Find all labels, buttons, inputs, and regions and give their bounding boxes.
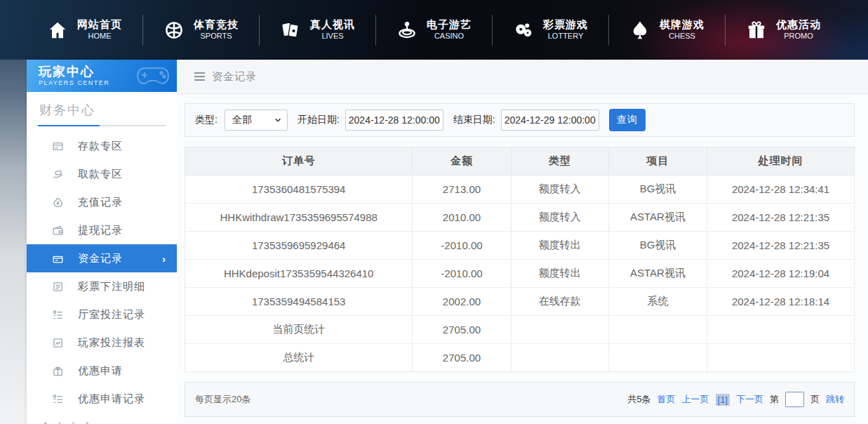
jump-link[interactable]: 跳转: [826, 393, 844, 406]
col-header-type: 类型: [511, 147, 608, 175]
table-header-row: 订单号 金额 类型 项目 处理时间: [185, 147, 855, 175]
section-underline: [38, 125, 166, 126]
finance-section-title: 财务中心: [38, 102, 166, 119]
cell-type: [511, 344, 608, 372]
chevron-right-icon: ›: [162, 253, 166, 265]
cell-type: 在线存款: [511, 288, 608, 316]
sidebar-item-withdraw-zone[interactable]: 取款专区: [27, 160, 177, 188]
pager: 共5条 首页 上一页 [1] 下一页 第 页 跳转: [627, 392, 844, 407]
cell-time: 2024-12-28 12:21:35: [707, 232, 855, 260]
total-count: 共5条: [627, 393, 650, 406]
sidebar-item-funds-records[interactable]: 资金记录 ›: [27, 244, 177, 272]
sidebar-item-recharge-records[interactable]: 充值记录: [27, 188, 177, 216]
page-jump-input[interactable]: [785, 392, 804, 407]
query-button[interactable]: 查询: [609, 109, 646, 131]
col-header-item: 项目: [608, 147, 707, 175]
cell-summary-label: 总统计: [185, 344, 413, 372]
finance-section: 财务中心: [27, 92, 177, 126]
jump-prefix: 第: [770, 393, 779, 406]
start-date-label: 开始日期:: [298, 114, 340, 126]
col-header-order-no: 订单号: [185, 147, 413, 175]
roulette-icon: [396, 20, 418, 41]
nav-label-en: LIVES: [321, 32, 343, 41]
nav-label-en: CASINO: [434, 32, 464, 41]
cell-amount: -2010.00: [413, 260, 511, 288]
main-nav: 网站首页 HOME 体育竞技 SPORTS 真人视讯 LIVES: [27, 9, 841, 51]
cell-time: [707, 316, 855, 344]
cell-amount: 2713.00: [413, 175, 511, 204]
breadcrumb-label: 资金记录: [212, 70, 257, 84]
nav-item-home[interactable]: 网站首页 HOME: [27, 15, 142, 46]
sidebar-item-hall-bet-records[interactable]: 厅室投注记录: [27, 300, 177, 329]
chevron-down-icon: [274, 117, 281, 124]
nav-item-lottery[interactable]: 彩票游戏 LOTTERY: [492, 15, 608, 46]
funds-wallet-icon: [52, 253, 64, 265]
nav-label-zh: 电子游艺: [427, 18, 472, 32]
nav-item-chess[interactable]: 棋牌游戏 CHESS: [608, 15, 725, 46]
wallet-out-icon: [52, 225, 64, 237]
nav-label-zh: 体育竞技: [194, 18, 239, 32]
cell-type: [511, 316, 608, 344]
end-date-input[interactable]: [501, 110, 599, 131]
cell-item: ASTAR视讯: [608, 260, 707, 288]
cell-time: 2024-12-28 12:21:35: [707, 204, 855, 232]
nav-item-promo[interactable]: 优惠活动 PROMO: [725, 15, 841, 46]
cell-amount: 2010.00: [413, 204, 511, 232]
personal-section-title: 个人中心: [38, 420, 166, 424]
nav-label-en: HOME: [88, 32, 112, 41]
sidebar: 玩家中心 PLAYERS CENTER 财务中心 存款专区 取款专区 充值记录: [27, 60, 177, 424]
jump-suffix: 页: [810, 393, 820, 406]
cell-order-no: 1735359494584153: [185, 288, 413, 316]
hamburger-icon[interactable]: [194, 72, 205, 81]
table-row-page-total: 当前页统计 2705.00: [185, 316, 855, 344]
nav-item-sports[interactable]: 体育竞技 SPORTS: [142, 15, 259, 46]
col-header-amount: 金额: [413, 147, 511, 175]
nav-label-en: PROMO: [784, 32, 813, 41]
sports-ball-icon: [163, 20, 185, 41]
cell-item: ASTAR视讯: [608, 204, 707, 232]
type-label: 类型:: [195, 114, 218, 126]
page-size-text: 每页显示20条: [195, 393, 251, 406]
next-page-link[interactable]: 下一页: [736, 393, 763, 406]
table-row: 1735360481575394 2713.00 额度转入 BG视讯 2024-…: [185, 175, 855, 204]
personal-section: 个人中心: [27, 413, 177, 424]
cell-item: BG视讯: [608, 175, 707, 204]
sidebar-header: 玩家中心 PLAYERS CENTER: [27, 60, 177, 92]
cell-time: 2024-12-28 12:34:41: [707, 175, 855, 204]
cell-item: [608, 316, 707, 344]
list-items-icon: [52, 309, 64, 321]
cell-amount: 2705.00: [413, 316, 511, 344]
sidebar-item-deposit-zone[interactable]: 存款专区: [27, 132, 177, 160]
prev-page-link[interactable]: 上一页: [682, 393, 709, 406]
home-icon: [47, 20, 68, 41]
sidebar-item-withdrawal-records[interactable]: 提现记录: [27, 216, 177, 244]
sidebar-item-lottery-bet-details[interactable]: 彩票下注明细: [27, 272, 177, 300]
cell-time: [707, 344, 855, 372]
start-date-input[interactable]: [345, 110, 443, 131]
table-row: HHKwithdraw1735359695574988 2010.00 额度转入…: [185, 204, 855, 232]
col-header-time: 处理时间: [707, 147, 855, 175]
sidebar-item-player-bet-report[interactable]: 玩家投注报表: [27, 329, 177, 357]
funds-table: 订单号 金额 类型 项目 处理时间 1735360481575394 2713.…: [185, 147, 855, 372]
cell-amount: 2705.00: [413, 344, 511, 372]
nav-label-zh: 网站首页: [77, 18, 122, 32]
cell-order-no: HHKwithdraw1735359695574988: [185, 204, 413, 232]
nav-item-lives[interactable]: 真人视讯 LIVES: [259, 15, 375, 46]
lottery-balls-icon: [513, 20, 534, 41]
sidebar-item-promo-apply[interactable]: 优惠申请: [27, 357, 177, 385]
top-header: 网站首页 HOME 体育竞技 SPORTS 真人视讯 LIVES: [0, 0, 868, 60]
breadcrumb: 资金记录: [177, 60, 868, 94]
cell-item: [608, 344, 707, 372]
type-select[interactable]: 全部: [225, 110, 288, 131]
cell-order-no: 1735359695929464: [185, 232, 413, 260]
cell-type: 额度转出: [511, 232, 608, 260]
records-list-icon: [52, 393, 64, 405]
table-row-grand-total: 总统计 2705.00: [185, 344, 855, 372]
withdraw-hand-icon: [52, 168, 64, 180]
end-date-label: 结束日期:: [453, 114, 495, 126]
first-page-link[interactable]: 首页: [657, 393, 676, 406]
nav-item-casino[interactable]: 电子游艺 CASINO: [375, 15, 492, 46]
cell-order-no: 1735360481575394: [185, 175, 413, 204]
sidebar-item-promo-apply-records[interactable]: 优惠申请记录: [27, 385, 177, 413]
nav-label-zh: 棋牌游戏: [660, 18, 705, 32]
